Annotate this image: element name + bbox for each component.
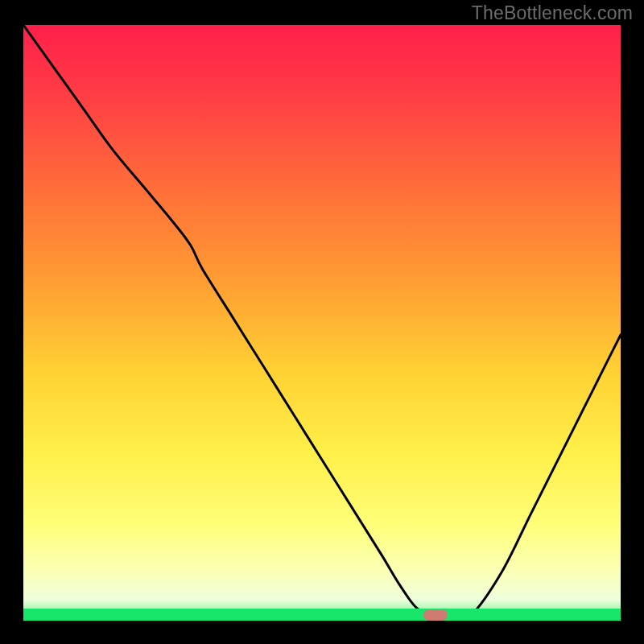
watermark-text: TheBottleneck.com [472,2,633,24]
plot-svg [23,25,621,621]
gradient-background [23,25,621,621]
chart-frame: TheBottleneck.com [0,0,644,644]
plot-area [23,25,621,621]
optimal-marker [423,609,448,621]
green-baseline-strip [23,609,621,621]
